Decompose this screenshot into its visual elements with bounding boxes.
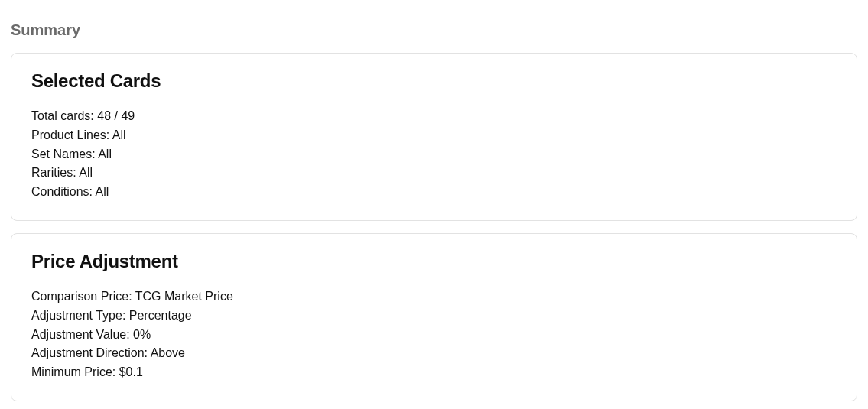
total-cards-row: Total cards: 48 / 49 — [31, 107, 837, 126]
comparison-price-row: Comparison Price: TCG Market Price — [31, 287, 837, 307]
rarities-row: Rarities: All — [31, 164, 837, 183]
adjustment-direction-row: Adjustment Direction: Above — [31, 344, 837, 363]
adjustment-value-row: Adjustment Value: 0% — [31, 326, 837, 345]
product-lines-row: Product Lines: All — [31, 126, 837, 145]
adjustment-type-row: Adjustment Type: Percentage — [31, 307, 837, 326]
price-adjustment-card: Price Adjustment Comparison Price: TCG M… — [11, 233, 857, 401]
set-names-row: Set Names: All — [31, 145, 837, 164]
page-title: Summary — [11, 21, 857, 39]
conditions-row: Conditions: All — [31, 183, 837, 202]
price-adjustment-title: Price Adjustment — [31, 251, 837, 272]
selected-cards-title: Selected Cards — [31, 70, 837, 92]
minimum-price-row: Minimum Price: $0.1 — [31, 363, 837, 382]
selected-cards-card: Selected Cards Total cards: 48 / 49 Prod… — [11, 53, 857, 221]
